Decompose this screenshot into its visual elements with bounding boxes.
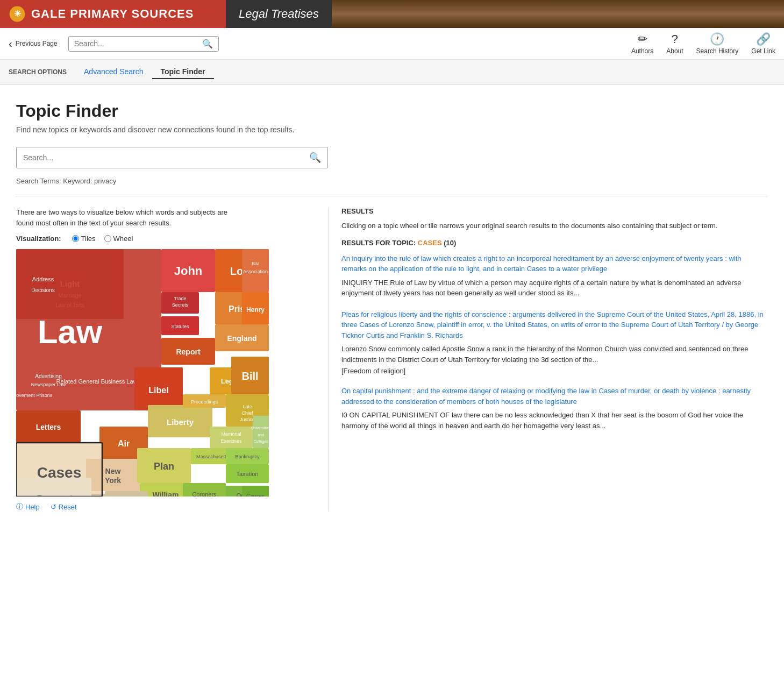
svg-text:Henry: Henry <box>246 306 265 314</box>
back-chevron-icon: ‹ <box>9 38 12 49</box>
svg-text:Universities: Universities <box>251 426 269 430</box>
reset-icon: ↺ <box>51 503 56 511</box>
results-topic-line: RESULTS FOR TOPIC: CASES (10) <box>341 239 768 247</box>
tab-advanced-search[interactable]: Advanced Search <box>75 65 152 79</box>
search-options-label: SEARCH OPTIONS <box>9 68 67 76</box>
tiles-radio-input[interactable] <box>72 235 79 242</box>
svg-text:Trade: Trade <box>174 296 186 301</box>
svg-text:New: New <box>105 467 121 476</box>
visualization-panel: There are two ways to visualize below wh… <box>16 207 328 512</box>
result-title[interactable]: On capital punishment : and the extreme … <box>341 386 768 407</box>
viz-radio-group: Tiles Wheel <box>72 235 133 243</box>
help-link[interactable]: ⓘ Help <box>16 502 40 512</box>
svg-text:Report: Report <box>176 347 200 356</box>
topic-search-bar[interactable]: 🔍 <box>16 147 328 168</box>
viz-desc-line2: found most often in the text of your sea… <box>16 219 171 227</box>
result-item: Pleas for religious liberty and the righ… <box>341 309 768 375</box>
search-options-bar: SEARCH OPTIONS Advanced Search Topic Fin… <box>0 60 784 85</box>
header: ✳ GALE PRIMARY SOURCES Legal Treatises <box>0 0 784 28</box>
two-col-layout: There are two ways to visualize below wh… <box>16 207 768 512</box>
results-topic-count: (10) <box>444 239 456 247</box>
back-button[interactable]: ‹ Previous Page <box>9 38 58 49</box>
topic-search-icon[interactable]: 🔍 <box>309 152 321 164</box>
wheel-radio-option[interactable]: Wheel <box>104 235 133 243</box>
tile-visualization[interactable]: Light Marriage Law of Torts Law Address … <box>16 249 269 497</box>
search-options-tabs: Advanced Search Topic Finder <box>75 65 214 79</box>
svg-text:Massachusetts: Massachusetts <box>196 454 229 459</box>
get-link-button[interactable]: 🔗 Get Link <box>751 32 775 55</box>
authors-button[interactable]: ✏ Authors <box>631 32 653 55</box>
svg-text:Letters: Letters <box>36 423 61 431</box>
svg-text:Causes: Causes <box>246 493 265 497</box>
get-link-icon: 🔗 <box>756 32 771 46</box>
results-topic-name: CASES <box>418 239 442 247</box>
svg-text:Late: Late <box>243 404 252 409</box>
svg-text:John: John <box>174 264 203 278</box>
svg-text:Statutes: Statutes <box>171 324 189 329</box>
topic-search-input[interactable] <box>23 153 305 162</box>
tile-viz-svg: Light Marriage Law of Torts Law Address … <box>16 249 269 497</box>
results-topic-label: RESULTS FOR TOPIC: <box>341 239 416 247</box>
svg-text:England: England <box>227 334 256 343</box>
svg-text:Bar: Bar <box>252 261 259 266</box>
result-title[interactable]: An inquiry into the rule of law which cr… <box>341 253 768 274</box>
search-history-button[interactable]: 🕐 Search History <box>696 32 739 55</box>
svg-rect-52 <box>210 427 253 448</box>
result-excerpt: I0 ON CAPITAL PUNISHMENT OF law there ca… <box>341 410 768 431</box>
svg-text:and: and <box>258 433 264 437</box>
authors-label: Authors <box>631 47 653 55</box>
about-button[interactable]: ? About <box>666 32 683 55</box>
svg-text:Secrets: Secrets <box>172 302 189 308</box>
header-image-strip <box>332 0 784 28</box>
search-terms-value: Keyword: privacy <box>63 177 116 185</box>
result-excerpt: INIQUIRY THE Rule of Law by virtue of wh… <box>341 278 768 299</box>
svg-text:Association: Association <box>243 269 268 274</box>
tab-topic-finder[interactable]: Topic Finder <box>152 65 214 79</box>
svg-text:Colleges: Colleges <box>253 439 268 444</box>
svg-text:Taxation: Taxation <box>237 471 259 477</box>
tiles-radio-label: Tiles <box>81 235 96 243</box>
toolbar-search-input[interactable] <box>74 39 199 48</box>
toolbar-search-bar[interactable]: 🔍 <box>68 36 219 52</box>
search-terms: Search Terms: Keyword: privacy <box>16 177 768 185</box>
svg-text:Justice: Justice <box>240 417 255 422</box>
svg-text:Coroners: Coroners <box>192 491 217 497</box>
results-panel: RESULTS Clicking on a topic wheel or til… <box>328 207 768 512</box>
svg-text:Exercises: Exercises <box>220 438 242 444</box>
results-description: Clicking on a topic wheel or tile narrow… <box>341 221 768 231</box>
tiles-radio-option[interactable]: Tiles <box>72 235 96 243</box>
svg-text:Decisions: Decisions <box>31 287 54 293</box>
svg-text:York: York <box>105 476 121 485</box>
about-icon: ? <box>672 32 678 46</box>
viz-desc-line1: There are two ways to visualize below wh… <box>16 208 227 216</box>
header-top: ✳ GALE PRIMARY SOURCES Legal Treatises <box>0 0 784 28</box>
viz-footer: ⓘ Help ↺ Reset <box>16 502 317 512</box>
wheel-radio-input[interactable] <box>104 235 111 242</box>
search-terms-label: Search Terms: <box>16 177 61 185</box>
svg-text:Memorial: Memorial <box>221 431 241 437</box>
toolbar: ‹ Previous Page 🔍 ✏ Authors ? About 🕐 Se… <box>0 28 784 60</box>
svg-text:✳: ✳ <box>14 9 22 18</box>
toolbar-search-button[interactable]: 🔍 <box>202 39 213 49</box>
result-item: On capital punishment : and the extreme … <box>341 386 768 431</box>
results-label: RESULTS <box>341 207 768 215</box>
svg-text:Plan: Plan <box>154 461 174 472</box>
section-divider <box>16 196 768 196</box>
search-history-icon: 🕐 <box>710 32 724 46</box>
viz-label: Visualization: <box>16 235 61 243</box>
svg-text:Address: Address <box>32 276 54 282</box>
svg-text:Movement Prisons: Movement Prisons <box>16 393 53 398</box>
svg-text:Liberty: Liberty <box>167 417 194 427</box>
page-title: Topic Finder <box>16 101 768 121</box>
svg-text:Proceedings: Proceedings <box>191 399 218 405</box>
svg-text:Libel: Libel <box>148 386 168 395</box>
svg-text:Air: Air <box>118 439 130 448</box>
reset-link[interactable]: ↺ Reset <box>51 502 77 512</box>
page-subtitle: Find new topics or keywords and discover… <box>16 125 768 134</box>
svg-text:Related General Business Law: Related General Business Law <box>56 378 137 385</box>
svg-text:Bill: Bill <box>241 370 258 382</box>
authors-icon: ✏ <box>638 32 647 46</box>
result-title[interactable]: Pleas for religious liberty and the righ… <box>341 309 768 341</box>
back-label: Previous Page <box>16 40 58 47</box>
svg-text:Chief: Chief <box>241 410 253 416</box>
